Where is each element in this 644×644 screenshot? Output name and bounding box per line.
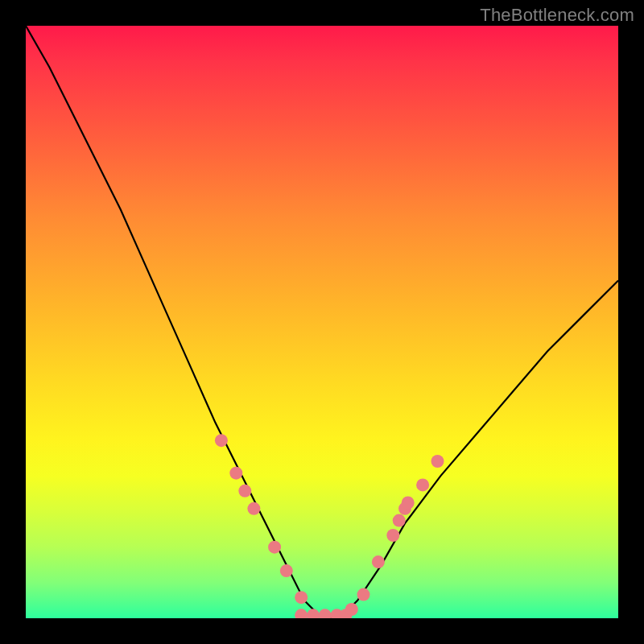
data-marker [319,609,332,618]
data-marker [295,591,308,604]
data-marker [268,541,281,554]
watermark-text: TheBottleneck.com [480,5,634,26]
data-marker [229,467,242,480]
data-marker [247,502,260,515]
data-marker [295,609,308,618]
data-marker [280,564,293,577]
data-marker [345,603,358,616]
plot-area [26,26,618,618]
data-marker [238,485,251,497]
data-marker [307,609,320,618]
data-marker [386,529,399,542]
data-marker [357,588,370,601]
data-marker [372,555,385,568]
data-marker [215,434,228,447]
data-marker [402,497,415,510]
bottleneck-curve [26,26,618,618]
data-marker [431,455,444,468]
data-marker [393,514,406,527]
data-marker [416,478,429,491]
chart-frame: TheBottleneck.com [0,0,644,644]
chart-svg [26,26,618,618]
